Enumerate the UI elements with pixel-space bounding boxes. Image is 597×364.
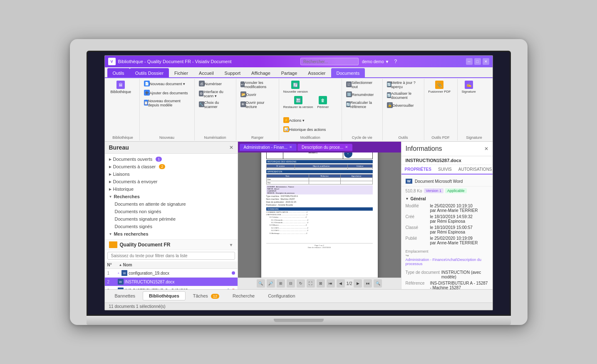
minimize-button[interactable]: ─	[466, 58, 473, 65]
info-close-icon[interactable]: ✕	[484, 146, 488, 152]
ribbon-btn-actualiser[interactable]: 🔃 Actualiser le document	[385, 91, 421, 101]
ribbon-group-modification: 🔄 Nouvelle version 🔙 Restaurer la versio…	[279, 79, 342, 140]
ribbon-group-outils-pdf: 📎 Fusionner PDF Outils PDF	[424, 79, 458, 140]
refresh-icon: 🔃	[387, 92, 391, 98]
ribbon-btn-historique-actions[interactable]: 📊 Historique des actions	[282, 125, 328, 134]
tab-partage[interactable]: Partage	[276, 68, 303, 77]
global-search[interactable]	[300, 58, 359, 65]
ribbon-btn-nouveau-doc[interactable]: 📄 Nouveau document ▾	[142, 80, 192, 88]
list-item[interactable]: 2 W INSTRUCTION15287.docx	[105, 278, 238, 286]
page-fit-icon[interactable]: ⊟	[287, 279, 295, 288]
rotate-icon[interactable]: ↻	[297, 279, 305, 288]
ribbon-btn-fusionner[interactable]: 📎 Fusionner PDF	[427, 80, 453, 94]
tree-non-signes[interactable]: Documents non signés	[105, 208, 238, 215]
reference-value: INS-DISTRIBUTEUR A - 15287 - Machine 152…	[430, 281, 488, 289]
ribbon-btn-select-all[interactable]: ☑ Sélectionner tout	[344, 80, 380, 90]
tree-historique[interactable]: ▶ Historique	[105, 185, 238, 193]
library-header: Quality Document FR ▼	[105, 240, 238, 250]
tab-bibliotheques[interactable]: Bibliothèques	[143, 291, 186, 300]
scan-interface-icon: ⚙	[199, 91, 204, 96]
tree-docs-envoyer[interactable]: ▶ Documents à envoyer	[105, 178, 238, 185]
ribbon-btn-deverrouiller[interactable]: 🔓 Déverrouiller	[385, 101, 421, 110]
maximize-button[interactable]: □	[474, 58, 481, 65]
layout-icon[interactable]: ⊠	[317, 279, 325, 288]
tree-docs-ouverts[interactable]: ▶ Documents ouverts 1	[105, 155, 238, 163]
tree-signes[interactable]: Documents signés	[105, 223, 238, 230]
tab-affichage[interactable]: Affichage	[246, 68, 276, 77]
emplacement-row: Emplacement ↪ Administration - Finance\A…	[401, 248, 493, 268]
zoom-out-icon[interactable]: 🔍	[257, 279, 265, 288]
tab-recherche[interactable]: Recherche	[227, 292, 260, 300]
first-page-icon[interactable]: ⏮	[327, 279, 335, 288]
list-search-input[interactable]	[107, 252, 235, 260]
recalculate-icon: 🔄	[346, 101, 350, 107]
center-panel: Administration - Finan... ✕ Description …	[238, 142, 401, 289]
tab-proprietes[interactable]: PROPRIÉTES	[401, 165, 435, 175]
ribbon-btn-nouvelle-version[interactable]: 🔄 Nouvelle version	[282, 80, 310, 94]
tab-bannettes[interactable]: Bannettes	[109, 292, 141, 300]
emplacement-path[interactable]: Administration - Finance\Achat\Descripti…	[406, 258, 488, 266]
sort-icon[interactable]: ▲	[119, 263, 122, 267]
tree-signature-perimee[interactable]: Documents signature périmée	[105, 215, 238, 223]
tab-outils-dossier[interactable]: Outils Dossier	[130, 68, 169, 77]
undo-icon: ↩	[240, 81, 245, 87]
version-row: 510,8 Ko Version 1 Applicable	[401, 187, 493, 195]
ribbon-btn-ouvrir[interactable]: 📂 Ouvrir	[239, 91, 276, 99]
ribbon-btn-signature[interactable]: ✍ Signature	[460, 80, 478, 94]
ribbon-btn-bibliotheque[interactable]: 🏛 Bibliothèque	[109, 80, 133, 95]
last-page-icon[interactable]: ⏭	[364, 279, 372, 288]
zoom-in-icon[interactable]: 🔎	[267, 279, 275, 288]
tree-recherches[interactable]: ▼ Recherches	[105, 193, 238, 200]
tab-suivis[interactable]: SUIVIS	[435, 165, 455, 174]
ribbon-btn-interface-scan[interactable]: ⚙ Interface du scann ▾	[197, 89, 233, 99]
ribbon-btn-restaurer[interactable]: 🔙 Restaurer la version	[282, 95, 315, 110]
ribbon-btn-nouveau-modele[interactable]: 📋 Nouveau document depuis modèle	[142, 98, 192, 108]
tab-configuration[interactable]: Configuration	[262, 292, 301, 300]
tree-attente-signature[interactable]: Documents en attente de signature	[105, 200, 238, 208]
ribbon-btn-perimer[interactable]: 🗑 Périmer	[315, 95, 330, 110]
bureau-close-icon[interactable]: ✕	[229, 145, 233, 150]
ribbon-btn-maj-apercu[interactable]: 🔃 Mettre à jour ?aperçu	[385, 80, 421, 90]
tree-docs-classer[interactable]: ▶ Documents à classer 2	[105, 163, 238, 170]
general-section: ▼ Général Modifié le 25/02/2020 10:19:10…	[401, 195, 493, 248]
ribbon-btn-renumeroter[interactable]: 🔢 Renuméroter	[344, 91, 380, 99]
help-icon[interactable]: ?	[394, 59, 397, 64]
tab-fichier[interactable]: Fichier	[169, 68, 193, 77]
fullscreen-icon[interactable]: ⛶	[307, 279, 315, 288]
tab-taches[interactable]: Tâches 12	[187, 292, 225, 300]
prev-page-icon[interactable]: ◀	[337, 279, 345, 288]
tree-mes-recherches[interactable]: ▼ Mes recherches	[105, 230, 238, 238]
classified-label: Classé	[406, 225, 429, 234]
tab-close-icon[interactable]: ✕	[289, 145, 292, 149]
search-doc-icon[interactable]: 🔍	[374, 279, 382, 288]
ribbon-btn-actions[interactable]: ⚡ Actions ▾	[282, 116, 306, 125]
doc-tab-desc[interactable]: Description du proce... ✕	[297, 144, 352, 151]
published-value: le 25/02/2020 10:19:09 par Anne-Marie TE…	[430, 236, 488, 245]
library-dropdown-icon[interactable]: ▼	[229, 243, 233, 247]
doc-tab-admin[interactable]: Administration - Finan... ✕	[240, 144, 297, 151]
next-page-icon[interactable]: ▶	[354, 279, 362, 288]
tab-close-icon[interactable]: ✕	[345, 145, 348, 149]
tab-support[interactable]: Support	[219, 68, 246, 77]
general-section-title: ▼ Général	[406, 197, 488, 201]
close-button[interactable]: ✕	[483, 58, 489, 65]
tree-liaisons[interactable]: ▶ Liaisons	[105, 170, 238, 178]
tab-autorisations[interactable]: AUTORISATIONS	[455, 165, 493, 174]
tab-outils[interactable]: Outils	[107, 68, 130, 77]
ribbon-btn-choix-scanner[interactable]: 🔧 Choix du scanner	[197, 100, 233, 110]
tab-accueil[interactable]: Accueil	[193, 68, 219, 77]
list-item[interactable]: 1 + W configuration_19.docx	[105, 269, 238, 278]
modified-value: le 25/02/2020 10:19:10 par Anne-Marie TE…	[430, 204, 488, 213]
user-label[interactable]: demo demo ▼	[362, 59, 389, 64]
file-icon-word: W	[118, 279, 124, 285]
ribbon-btn-annuler[interactable]: ↩ Annuler les modifications	[239, 80, 276, 90]
tab-associer[interactable]: Associer	[302, 68, 331, 77]
zoom-fit-icon[interactable]: ⊞	[277, 279, 285, 288]
title-bar-right: demo demo ▼ ?	[300, 58, 397, 65]
tab-documents[interactable]: Documents	[331, 68, 365, 77]
ribbon-btn-ajouter[interactable]: ➕ Ajouter des documents	[142, 89, 192, 97]
info-filename: INSTRUCTION15287.docx	[401, 156, 493, 165]
ribbon-btn-ouvrir-lecture[interactable]: 👁 Ouvrir pour lecture	[239, 100, 276, 110]
ribbon-btn-numeriser[interactable]: 🖨 Numériser	[197, 80, 233, 88]
ribbon-btn-recalculer[interactable]: 🔄 Recalculer la référence	[344, 100, 380, 110]
